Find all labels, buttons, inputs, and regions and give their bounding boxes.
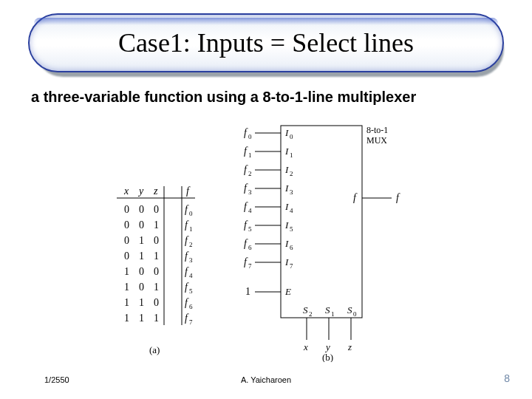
- svg-text:1: 1: [154, 250, 159, 262]
- svg-text:3: 3: [189, 256, 193, 264]
- svg-text:0: 0: [124, 250, 129, 262]
- svg-text:1: 1: [139, 313, 144, 324]
- mux-output-var: f: [396, 192, 400, 203]
- svg-text:1: 1: [124, 266, 129, 277]
- title-banner: Case1: Inputs = Select lines: [28, 13, 504, 74]
- truth-table-body: 0 0 0 f0 0 0 1 f1 0 1 0 f2 0 1 1 f3: [124, 204, 193, 326]
- svg-text:E: E: [284, 286, 291, 297]
- th-x: x: [123, 185, 129, 197]
- mux-select-vars: x y z: [303, 341, 352, 352]
- svg-text:5: 5: [290, 225, 293, 233]
- table-row: 1 1 0 f6: [124, 297, 193, 310]
- svg-text:7: 7: [189, 318, 193, 326]
- svg-text:0: 0: [139, 266, 144, 277]
- svg-text:2: 2: [189, 241, 193, 248]
- svg-text:I: I: [284, 146, 289, 157]
- fig-label-b: (b): [322, 352, 333, 362]
- svg-text:2: 2: [309, 310, 313, 318]
- svg-text:1: 1: [248, 151, 252, 159]
- svg-text:1: 1: [290, 151, 293, 159]
- mux-select-wires: [307, 318, 351, 340]
- svg-text:I: I: [284, 256, 289, 267]
- svg-text:1: 1: [124, 297, 129, 308]
- svg-text:z: z: [347, 341, 352, 352]
- svg-text:1: 1: [331, 310, 335, 318]
- mux-input-labels: f0 f1 f2 f3 f4 f5 f6 f7 1: [244, 127, 252, 297]
- slide-subtitle: a three-variable function using a 8-to-1…: [31, 89, 416, 106]
- mux-output-pin: f: [353, 192, 358, 203]
- mux-input-wires: [255, 133, 281, 292]
- svg-text:I: I: [284, 183, 289, 194]
- table-row: 0 1 0 f2: [124, 235, 193, 248]
- th-y: y: [137, 185, 144, 197]
- svg-text:7: 7: [290, 262, 293, 270]
- svg-text:1: 1: [124, 282, 129, 293]
- svg-text:7: 7: [248, 262, 252, 270]
- svg-text:0: 0: [290, 133, 293, 140]
- svg-text:0: 0: [248, 133, 252, 140]
- svg-text:2: 2: [248, 170, 252, 177]
- svg-text:0: 0: [124, 235, 129, 246]
- svg-text:3: 3: [248, 188, 252, 196]
- footer-author: A. Yaicharoen: [0, 375, 532, 384]
- table-row: 0 0 1 f1: [124, 219, 193, 233]
- svg-text:6: 6: [290, 244, 293, 251]
- svg-text:0: 0: [139, 282, 144, 293]
- svg-text:I: I: [284, 219, 289, 231]
- svg-text:4: 4: [248, 207, 252, 214]
- mux-label-line2: MUX: [366, 135, 387, 146]
- svg-text:0: 0: [353, 310, 357, 318]
- svg-text:I: I: [284, 201, 289, 212]
- svg-text:0: 0: [124, 219, 129, 231]
- svg-text:1: 1: [139, 235, 144, 246]
- svg-text:1: 1: [154, 313, 159, 324]
- svg-text:6: 6: [248, 244, 252, 251]
- svg-text:I: I: [284, 127, 289, 138]
- table-row: 1 1 1 f7: [124, 313, 193, 326]
- svg-text:1: 1: [189, 225, 193, 233]
- svg-text:1: 1: [139, 250, 144, 262]
- svg-text:1: 1: [245, 286, 250, 297]
- svg-text:I: I: [284, 164, 289, 175]
- svg-text:1: 1: [154, 282, 159, 293]
- svg-text:1: 1: [154, 219, 159, 231]
- th-z: z: [153, 185, 158, 197]
- svg-text:S: S: [303, 304, 308, 316]
- svg-text:5: 5: [248, 225, 252, 233]
- svg-text:0: 0: [154, 297, 159, 308]
- mux-pin-labels: I0 I1 I2 I3 I4 I5 I6 I7 E: [284, 127, 293, 297]
- slide: Case1: Inputs = Select lines a three-var…: [0, 0, 532, 399]
- mux-diagram: x y z f 0 0 0 f0 0 0 1 f1 0 1 0 f2: [111, 118, 421, 362]
- svg-text:0: 0: [139, 204, 144, 215]
- svg-text:3: 3: [290, 188, 293, 196]
- table-row: 0 1 1 f3: [124, 250, 193, 264]
- svg-text:0: 0: [189, 210, 193, 217]
- svg-text:5: 5: [189, 287, 193, 295]
- table-row: 0 0 0 f0: [124, 204, 193, 217]
- svg-text:0: 0: [139, 219, 144, 231]
- svg-text:0: 0: [154, 235, 159, 246]
- svg-text:I: I: [284, 238, 289, 249]
- th-f: f: [186, 185, 191, 197]
- svg-text:6: 6: [189, 303, 193, 310]
- table-row: 1 0 0 f4: [124, 266, 193, 279]
- svg-text:y: y: [324, 341, 330, 352]
- table-row: 1 0 1 f5: [124, 282, 193, 295]
- mux-select-pins: S2 S1 S0: [303, 304, 357, 318]
- mux-label-line1: 8-to-1: [366, 125, 388, 135]
- svg-text:4: 4: [189, 272, 193, 279]
- fig-label-a: (a): [149, 344, 160, 355]
- slide-title: Case1: Inputs = Select lines: [118, 27, 414, 58]
- svg-text:0: 0: [154, 266, 159, 277]
- svg-text:0: 0: [124, 204, 129, 215]
- svg-text:1: 1: [124, 313, 129, 324]
- svg-text:S: S: [325, 304, 330, 316]
- mux-box: [281, 126, 362, 318]
- title-box: Case1: Inputs = Select lines: [28, 13, 504, 72]
- svg-text:x: x: [303, 341, 308, 352]
- svg-text:1: 1: [139, 297, 144, 308]
- footer-page-number: 8: [504, 372, 510, 384]
- svg-text:2: 2: [290, 170, 293, 177]
- svg-text:0: 0: [154, 204, 159, 215]
- svg-text:S: S: [347, 304, 352, 316]
